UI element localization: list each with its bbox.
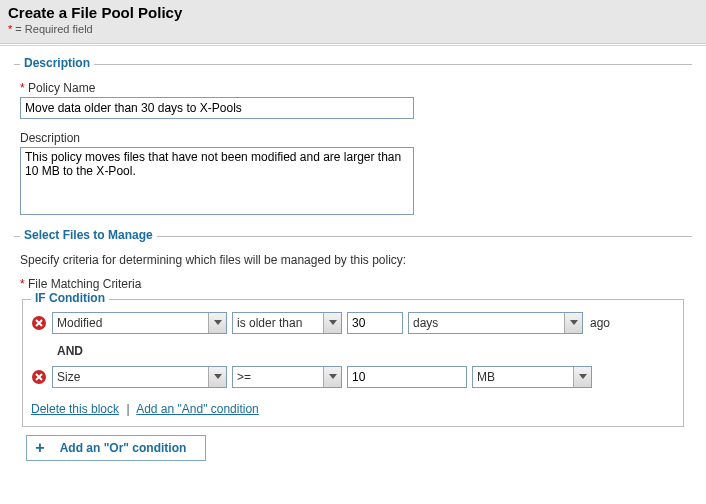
- dropdown-icon: [564, 313, 582, 333]
- unit-select-2[interactable]: MB: [472, 366, 592, 388]
- unit-select-1-value: days: [409, 316, 564, 330]
- delete-row-icon[interactable]: [31, 315, 47, 331]
- value-input-1[interactable]: [347, 312, 403, 334]
- if-condition-fieldset: IF Condition Modified is older than days: [22, 299, 684, 427]
- select-files-legend: Select Files to Manage: [20, 228, 157, 242]
- unit-select-1[interactable]: days: [408, 312, 583, 334]
- criteria-label-text: File Matching Criteria: [28, 277, 141, 291]
- link-separator: |: [122, 402, 133, 416]
- operator-select-1[interactable]: is older than: [232, 312, 342, 334]
- dropdown-icon: [323, 313, 341, 333]
- add-or-button[interactable]: + Add an "Or" condition: [26, 435, 206, 461]
- page-title: Create a File Pool Policy: [8, 4, 698, 21]
- policy-name-label-text: Policy Name: [28, 81, 95, 95]
- attribute-select-1[interactable]: Modified: [52, 312, 227, 334]
- description-legend: Description: [20, 56, 94, 70]
- dropdown-icon: [573, 367, 591, 387]
- header-bar: Create a File Pool Policy * = Required f…: [0, 0, 706, 44]
- description-fieldset: Description * Policy Name Description Th…: [14, 64, 692, 224]
- add-and-link[interactable]: Add an "And" condition: [136, 402, 259, 416]
- operator-select-2-value: >=: [233, 370, 323, 384]
- description-textarea[interactable]: This policy moves files that have not be…: [20, 147, 414, 215]
- required-note-text: = Required field: [12, 23, 92, 35]
- dropdown-icon: [323, 367, 341, 387]
- main-content: Description * Policy Name Description Th…: [0, 45, 706, 485]
- policy-name-label: * Policy Name: [20, 81, 686, 95]
- attribute-select-1-value: Modified: [53, 316, 208, 330]
- value-input-2[interactable]: [347, 366, 467, 388]
- dropdown-icon: [208, 367, 226, 387]
- condition-row-1: Modified is older than days ago: [31, 312, 675, 334]
- select-files-note: Specify criteria for determining which f…: [20, 253, 686, 267]
- required-note: * = Required field: [8, 23, 698, 35]
- plus-icon: +: [27, 439, 53, 457]
- required-asterisk: *: [20, 81, 25, 95]
- description-label: Description: [20, 131, 686, 145]
- required-asterisk: *: [20, 277, 25, 291]
- criteria-label: * File Matching Criteria: [20, 277, 686, 291]
- add-or-label: Add an "Or" condition: [53, 441, 205, 455]
- condition-row-2: Size >= MB: [31, 366, 675, 388]
- policy-name-input[interactable]: [20, 97, 414, 119]
- operator-select-2[interactable]: >=: [232, 366, 342, 388]
- block-links: Delete this block | Add an "And" conditi…: [31, 402, 675, 416]
- delete-row-icon[interactable]: [31, 369, 47, 385]
- and-label: AND: [57, 344, 675, 358]
- unit-select-2-value: MB: [473, 370, 573, 384]
- attribute-select-2-value: Size: [53, 370, 208, 384]
- dropdown-icon: [208, 313, 226, 333]
- attribute-select-2[interactable]: Size: [52, 366, 227, 388]
- operator-select-1-value: is older than: [233, 316, 323, 330]
- delete-block-link[interactable]: Delete this block: [31, 402, 119, 416]
- if-condition-legend: IF Condition: [31, 291, 109, 305]
- select-files-fieldset: Select Files to Manage Specify criteria …: [14, 236, 692, 471]
- row1-suffix: ago: [588, 316, 610, 330]
